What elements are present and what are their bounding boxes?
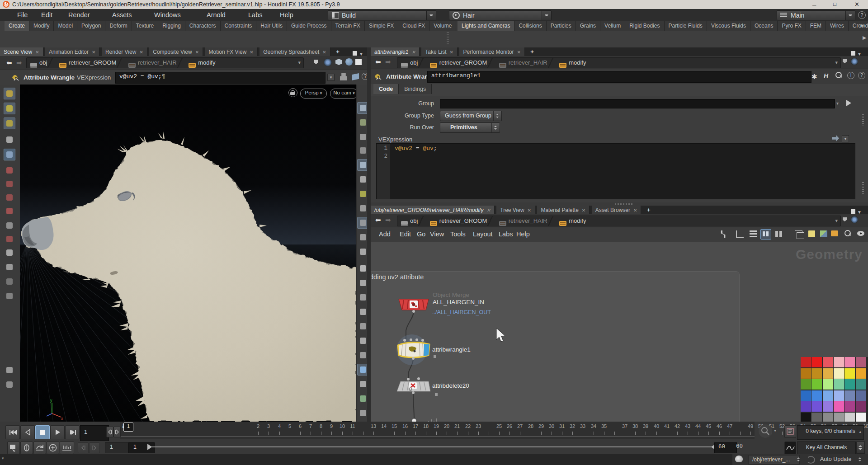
svg-text:x: x xyxy=(61,416,63,421)
svg-text:y: y xyxy=(50,398,52,403)
